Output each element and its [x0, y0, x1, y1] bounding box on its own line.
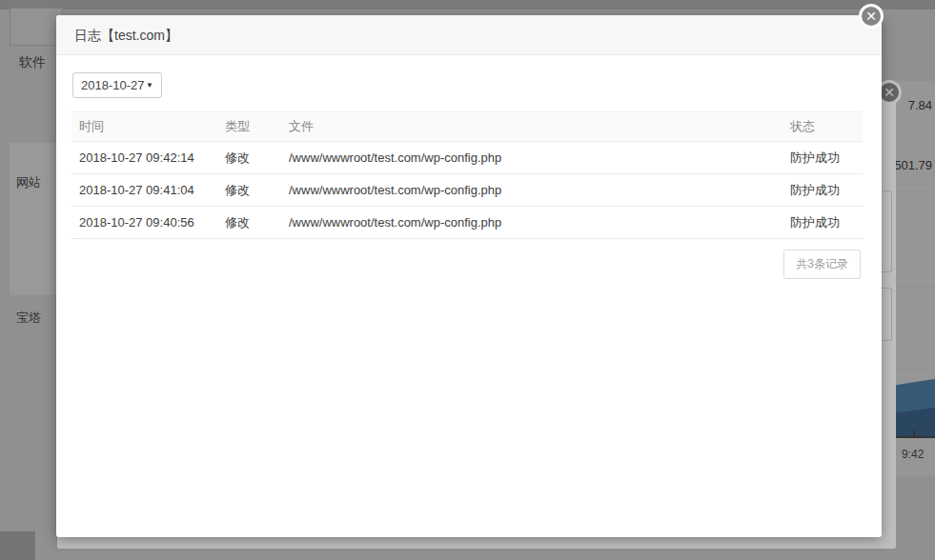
date-select[interactable]: 2018-10-27 ▼: [72, 72, 162, 98]
cell-status: 防护成功: [758, 207, 863, 239]
cell-time: 2018-10-27 09:42:14: [71, 142, 217, 174]
cell-status: 防护成功: [758, 142, 863, 174]
cell-status: 防护成功: [758, 174, 863, 207]
date-select-value: 2018-10-27: [81, 78, 145, 92]
screen: 软件 网站 宝塔 7.84 501.79 9:42 ✕: [0, 0, 935, 560]
cell-file: /www/wwwroot/test.com/wp-config.php: [281, 174, 758, 207]
column-header-type: 类型: [217, 112, 281, 142]
chevron-down-icon: ▼: [146, 81, 153, 90]
modal-header: 日志【test.com】: [56, 15, 882, 55]
column-header-time: 时间: [71, 112, 217, 142]
log-modal: 日志【test.com】 ✕ 2018-10-27 ▼ 时间 类型 文件 状态 …: [56, 15, 882, 537]
table-row: 2018-10-27 09:42:14 修改 /www/wwwroot/test…: [71, 142, 863, 174]
table-row: 2018-10-27 09:41:04 修改 /www/wwwroot/test…: [71, 174, 863, 207]
cell-file: /www/wwwroot/test.com/wp-config.php: [281, 142, 758, 174]
cell-type: 修改: [217, 207, 281, 239]
cell-type: 修改: [217, 142, 281, 174]
cell-time: 2018-10-27 09:41:04: [71, 174, 217, 207]
column-header-status: 状态: [758, 112, 863, 142]
table-header-row: 时间 类型 文件 状态: [71, 112, 863, 142]
cell-time: 2018-10-27 09:40:56: [71, 207, 217, 239]
modal-close-icon[interactable]: ✕: [859, 4, 884, 29]
table-row: 2018-10-27 09:40:56 修改 /www/wwwroot/test…: [71, 207, 863, 239]
cell-file: /www/wwwroot/test.com/wp-config.php: [281, 207, 758, 239]
log-table: 时间 类型 文件 状态 2018-10-27 09:42:14 修改 /www/…: [71, 111, 863, 239]
column-header-file: 文件: [281, 112, 758, 142]
modal-title: 日志【test.com】: [56, 15, 882, 55]
cell-type: 修改: [217, 174, 281, 207]
record-count-badge: 共3条记录: [783, 250, 861, 279]
